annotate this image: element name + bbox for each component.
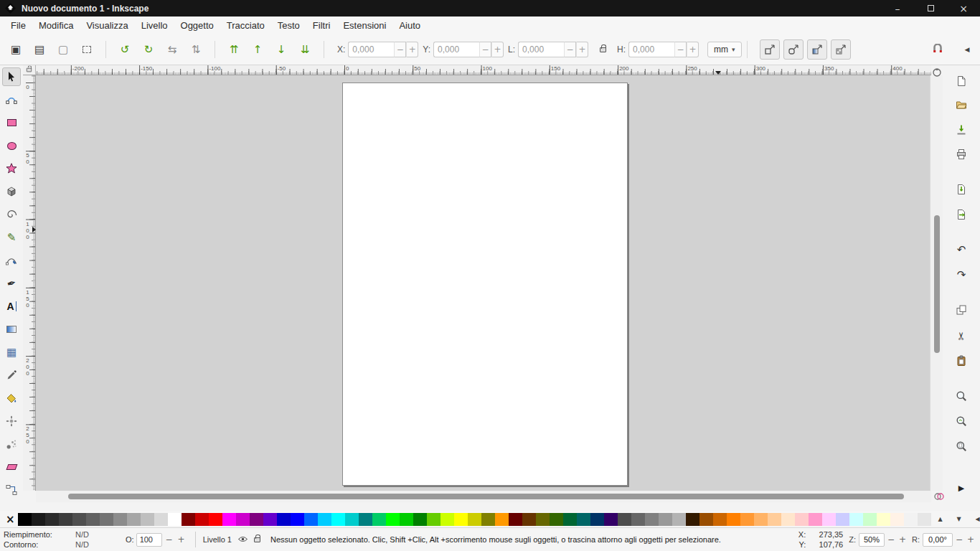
save-document-button[interactable]: [951, 120, 971, 140]
redo-button[interactable]: ↷: [951, 265, 971, 285]
height-field[interactable]: [628, 42, 674, 57]
box3d-tool[interactable]: [2, 182, 21, 201]
palette-swatch[interactable]: [168, 513, 182, 526]
mesh-tool[interactable]: ▦: [2, 343, 21, 362]
y-minus-button[interactable]: −: [479, 42, 491, 57]
select-all-button[interactable]: ▣: [6, 39, 26, 60]
palette-swatch[interactable]: [918, 513, 931, 526]
eraser-tool[interactable]: [2, 458, 21, 476]
selector-tool[interactable]: [2, 67, 21, 86]
menu-filtri[interactable]: Filtri: [306, 17, 337, 34]
text-tool[interactable]: A: [2, 297, 21, 316]
palette-swatch[interactable]: [686, 513, 699, 526]
x-plus-button[interactable]: +: [406, 42, 418, 57]
palette-swatch[interactable]: [727, 513, 740, 526]
raise-button[interactable]: ↑: [248, 39, 268, 60]
palette-swatch[interactable]: [359, 513, 372, 526]
pencil-tool[interactable]: ✎: [2, 228, 21, 247]
zoom-page-button[interactable]: [951, 436, 971, 456]
paste-button[interactable]: [951, 351, 971, 371]
close-button[interactable]: ×: [947, 0, 980, 17]
x-field[interactable]: [348, 42, 394, 57]
height-minus-button[interactable]: −: [674, 42, 687, 57]
spray-tool[interactable]: [2, 435, 21, 453]
paint-bucket-tool[interactable]: [2, 389, 21, 408]
palette-swatch[interactable]: [795, 513, 809, 526]
connector-tool[interactable]: [2, 481, 21, 499]
palette-swatch[interactable]: [659, 513, 672, 526]
palette-swatch[interactable]: [522, 513, 536, 526]
y-plus-button[interactable]: +: [491, 42, 504, 57]
menu-visualizza[interactable]: Visualizza: [80, 17, 134, 34]
select-all-layers-button[interactable]: ▤: [29, 39, 50, 60]
scale-corners-toggle[interactable]: [783, 39, 804, 60]
vertical-ruler[interactable]: 050100150200250: [23, 75, 36, 491]
width-field[interactable]: [518, 42, 564, 57]
import-button[interactable]: [951, 179, 971, 199]
menu-file[interactable]: File: [4, 17, 32, 34]
horizontal-scrollbar[interactable]: [36, 491, 931, 502]
palette-swatch[interactable]: [127, 513, 141, 526]
fill-stroke-indicator[interactable]: Riempimento: N/D Contorno: N/D: [4, 530, 126, 549]
palette-swatch[interactable]: [563, 513, 577, 526]
zoom-plus-button[interactable]: +: [897, 533, 908, 546]
layer-visibility-button[interactable]: [238, 535, 248, 544]
palette-swatch[interactable]: [618, 513, 631, 526]
rotation-plus-button[interactable]: +: [966, 533, 976, 546]
palette-swatch[interactable]: [699, 513, 713, 526]
palette-swatch[interactable]: [754, 513, 768, 526]
layer-lock-button[interactable]: [254, 535, 260, 544]
show-dialogs-button[interactable]: ▶: [956, 482, 967, 494]
flip-vertical-button[interactable]: ⇅: [186, 39, 206, 60]
palette-swatch[interactable]: [468, 513, 481, 526]
palette-swatch[interactable]: [400, 513, 413, 526]
rectangle-tool[interactable]: [2, 113, 21, 132]
open-document-button[interactable]: [951, 95, 971, 115]
palette-scroll-up-button[interactable]: ▲: [931, 513, 950, 526]
palette-swatch[interactable]: [141, 513, 154, 526]
palette-swatch[interactable]: [222, 513, 236, 526]
palette-swatch[interactable]: [781, 513, 795, 526]
move-gradients-toggle[interactable]: [807, 39, 827, 60]
lower-to-bottom-button[interactable]: ⇊: [295, 39, 315, 60]
x-minus-button[interactable]: −: [394, 42, 406, 57]
gradient-tool[interactable]: [2, 320, 21, 339]
palette-swatch[interactable]: [372, 513, 386, 526]
palette-swatch[interactable]: [236, 513, 250, 526]
flip-horizontal-button[interactable]: ⇆: [162, 39, 182, 60]
maximize-button[interactable]: [914, 0, 947, 17]
palette-swatch[interactable]: [509, 513, 522, 526]
zoom-field[interactable]: 50%: [859, 533, 885, 547]
menu-aiuto[interactable]: Aiuto: [392, 17, 427, 34]
palette-swatch[interactable]: [304, 513, 318, 526]
palette-swatch[interactable]: [59, 513, 72, 526]
height-plus-button[interactable]: +: [687, 42, 699, 57]
palette-swatch[interactable]: [645, 513, 659, 526]
palette-swatch[interactable]: [331, 513, 345, 526]
dropper-tool[interactable]: [2, 366, 21, 385]
palette-swatch[interactable]: [318, 513, 331, 526]
palette-swatch[interactable]: [100, 513, 113, 526]
palette-swatch[interactable]: [495, 513, 509, 526]
palette-menu-button[interactable]: ◀: [969, 513, 980, 526]
palette-swatch[interactable]: [809, 513, 822, 526]
calligraphy-tool[interactable]: ✒: [0, 272, 23, 295]
vertical-scrollbar-thumb[interactable]: [934, 215, 940, 353]
zoom-selection-button[interactable]: [951, 386, 971, 406]
palette-swatch[interactable]: [72, 513, 86, 526]
palette-swatch[interactable]: [440, 513, 454, 526]
horizontal-scrollbar-thumb[interactable]: [68, 494, 904, 499]
palette-swatch[interactable]: [849, 513, 863, 526]
duplicate-button[interactable]: [951, 300, 971, 320]
menu-tracciato[interactable]: Tracciato: [220, 17, 271, 34]
no-color-button[interactable]: ×: [6, 513, 15, 526]
color-managed-view-toggle[interactable]: [933, 491, 946, 502]
palette-swatch[interactable]: [768, 513, 781, 526]
new-document-button[interactable]: [951, 71, 971, 91]
pen-tool[interactable]: [2, 251, 21, 270]
palette-swatch[interactable]: [877, 513, 890, 526]
width-minus-button[interactable]: −: [564, 42, 576, 57]
layer-selector[interactable]: Livello 1: [203, 535, 232, 544]
cut-button[interactable]: ✂: [951, 326, 971, 346]
palette-swatch[interactable]: [182, 513, 195, 526]
